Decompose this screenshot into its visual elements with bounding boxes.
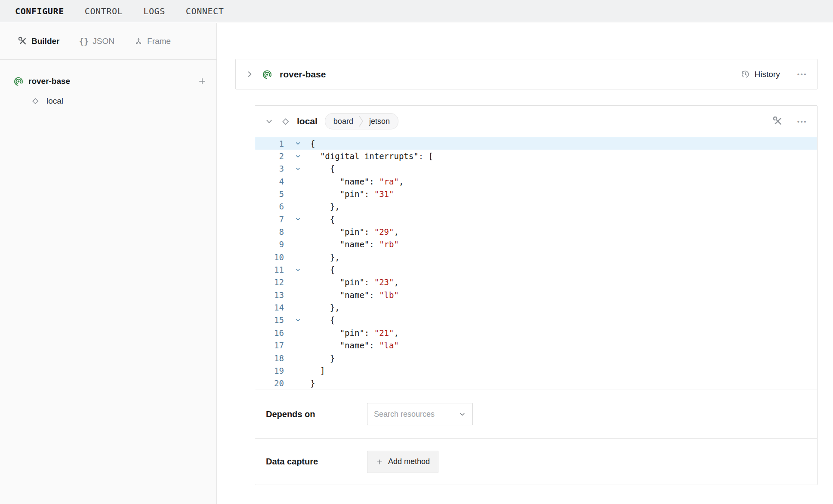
history-button[interactable]: History [740,69,780,79]
code-text: "name": "ra", [310,177,404,186]
code-text: }, [310,252,340,262]
code-line-3[interactable]: 3 { [255,163,817,175]
component-card-header: local board jetson [255,106,817,137]
code-text: "pin": "21", [310,328,399,338]
code-line-12[interactable]: 12 "pin": "23", [255,276,817,289]
fold-chevron-icon[interactable] [288,154,308,159]
code-text: }, [310,303,340,312]
line-number: 7 [255,215,288,224]
code-line-15[interactable]: 15 { [255,314,817,326]
add-method-button[interactable]: Add method [367,451,438,473]
code-line-8[interactable]: 8 "pin": "29", [255,225,817,238]
code-line-17[interactable]: 17 "name": "la" [255,339,817,352]
tree-item-rover-base[interactable]: rover-base [0,71,216,92]
json-attributes-editor[interactable]: 1{2 "digital_interrupts": [3 {4 "name": … [255,137,817,390]
select-chevron-down-icon [459,411,466,418]
data-capture-label: Data capture [266,457,367,467]
code-line-1[interactable]: 1{ [255,137,817,150]
component-type-badge: board jetson [325,113,398,129]
tab-logs[interactable]: LOGS [143,6,165,16]
line-number: 15 [255,315,288,325]
line-number: 6 [255,202,288,211]
line-number: 17 [255,341,288,350]
tab-configure[interactable]: CONFIGURE [15,6,64,16]
tab-control[interactable]: CONTROL [85,6,123,16]
code-line-20[interactable]: 20} [255,377,817,390]
code-lines: 1{2 "digital_interrupts": [3 {4 "name": … [255,137,817,390]
tree-component-name: local [46,96,63,106]
code-text: "name": "lb" [310,290,399,300]
code-line-16[interactable]: 16 "pin": "21", [255,326,817,339]
code-text: "pin": "23", [310,277,399,287]
code-line-11[interactable]: 11 { [255,263,817,276]
component-diamond-icon [281,117,290,126]
chevron-down-icon [265,117,273,126]
code-line-5[interactable]: 5 "pin": "31" [255,187,817,200]
code-text: { [310,265,335,274]
code-line-14[interactable]: 14 }, [255,301,817,313]
line-number: 19 [255,366,288,375]
part-menu-ellipsis-icon[interactable]: ••• [797,71,807,77]
badge-separator-icon [359,115,364,128]
depends-on-section: Depends on Search resources [255,390,817,438]
code-line-4[interactable]: 4 "name": "ra", [255,175,817,187]
code-text: { [310,315,335,325]
top-nav: CONFIGURE CONTROL LOGS CONNECT [0,0,833,22]
tools-icon [773,116,783,126]
line-number: 20 [255,378,288,388]
fold-chevron-icon[interactable] [288,216,308,222]
code-text: "name": "la" [310,341,399,350]
code-text: "pin": "31" [310,189,394,199]
chevron-right-icon [246,70,254,78]
fold-chevron-icon[interactable] [288,141,308,146]
code-line-13[interactable]: 13 "name": "lb" [255,289,817,301]
add-resource-button[interactable] [197,77,207,86]
code-line-9[interactable]: 9 "name": "rb" [255,238,817,251]
code-text: "digital_interrupts": [ [310,151,433,161]
component-tools-button[interactable] [773,116,783,126]
code-text: } [310,353,335,363]
line-number: 5 [255,189,288,199]
tab-json-label: JSON [93,37,114,46]
code-line-10[interactable]: 10 }, [255,251,817,263]
line-number: 16 [255,328,288,338]
expand-part-button[interactable] [246,70,254,78]
tree-item-local[interactable]: local [0,92,216,111]
code-line-19[interactable]: 19 ] [255,364,817,377]
tab-connect[interactable]: CONNECT [186,6,224,16]
part-group-line [236,103,236,485]
line-number: 2 [255,151,288,161]
line-number: 4 [255,177,288,186]
resource-tree: rover-base local [0,60,217,504]
depends-on-select[interactable]: Search resources [367,403,473,425]
component-menu-ellipsis-icon[interactable]: ••• [797,118,807,125]
data-capture-section: Data capture Add method [255,438,817,485]
braces-icon: {} [79,37,89,46]
tools-icon [18,37,28,46]
tab-frame-label: Frame [147,37,171,46]
machine-live-icon [13,76,24,86]
code-line-6[interactable]: 6 }, [255,200,817,213]
collapse-component-button[interactable] [265,117,273,126]
code-line-2[interactable]: 2 "digital_interrupts": [ [255,150,817,162]
fold-chevron-icon[interactable] [288,166,308,172]
line-number: 11 [255,265,288,274]
line-number: 12 [255,277,288,287]
app-screen: CONFIGURE CONTROL LOGS CONNECT Builder {… [0,0,833,504]
fold-chevron-icon[interactable] [288,317,308,323]
history-icon [740,69,750,79]
add-method-label: Add method [388,457,430,466]
code-text: ] [310,366,325,375]
tab-frame[interactable]: Frame [134,37,171,46]
frame-axes-icon [134,37,143,46]
part-header-card: rover-base History ••• [235,59,818,89]
history-label: History [755,70,780,79]
tab-builder[interactable]: Builder [18,37,59,46]
depends-on-placeholder: Search resources [374,410,435,419]
code-text: "pin": "29", [310,227,399,237]
code-line-18[interactable]: 18 } [255,352,817,364]
fold-chevron-icon[interactable] [288,267,308,273]
code-text: } [310,378,315,388]
code-line-7[interactable]: 7 { [255,213,817,225]
tab-json[interactable]: {} JSON [79,37,114,46]
